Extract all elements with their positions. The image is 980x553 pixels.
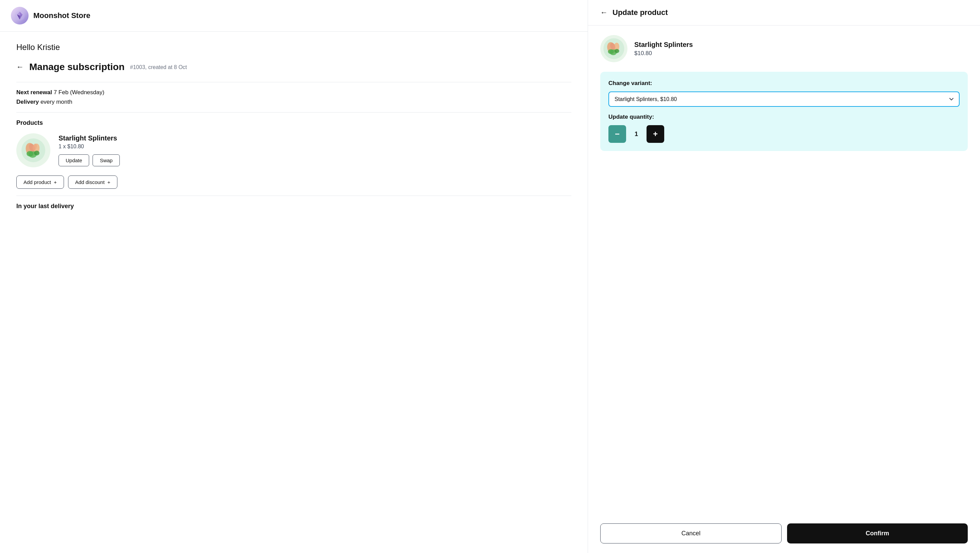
store-name: Moonshot Store [33,11,90,20]
back-button-right[interactable]: ← [600,8,608,17]
confirm-button[interactable]: Confirm [787,523,968,543]
product-image [16,133,50,167]
store-header: Moonshot Store [0,0,588,32]
add-discount-icon: + [107,179,110,185]
product-name: Starlight Splinters [59,134,571,142]
quantity-controls: − + [608,125,959,143]
next-renewal-row: Next renewal 7 Feb (Wednesday) [16,89,571,96]
quantity-decrease-button[interactable]: − [608,125,626,143]
variant-select[interactable]: Starlight Splinters, $10.80 [608,92,959,107]
add-product-label: Add product [24,179,51,185]
divider-2 [16,112,571,113]
greeting: Hello Kristie [16,43,571,52]
swap-button[interactable]: Swap [92,154,120,166]
main-content: Hello Kristie ← Manage subscription #100… [0,32,588,221]
right-title: Update product [612,8,668,17]
right-body: Starlight Splinters $10.80 Change varian… [588,25,980,281]
svg-point-11 [34,151,40,156]
products-section-title: Products [16,119,571,127]
quantity-increase-button[interactable]: + [646,125,664,143]
variant-box: Change variant: Starlight Splinters, $10… [600,72,968,151]
right-footer: Cancel Confirm [588,516,980,553]
right-product-price: $10.80 [634,50,693,57]
right-spacer [588,281,980,516]
product-actions: Update Swap [59,154,571,166]
add-product-icon: + [54,179,57,185]
add-discount-button[interactable]: Add discount + [68,175,118,189]
svg-point-19 [614,49,619,53]
cancel-button[interactable]: Cancel [600,523,782,543]
renewal-label: Next renewal [16,89,52,95]
last-delivery-title: In your last delivery [16,203,571,210]
product-row: Starlight Splinters 1 x $10.80 Update Sw… [16,133,571,167]
add-product-button[interactable]: Add product + [16,175,64,189]
quantity-input[interactable] [626,130,646,138]
action-buttons: Add product + Add discount + [16,175,571,189]
product-preview: Starlight Splinters $10.80 [600,35,968,62]
update-button[interactable]: Update [59,154,89,166]
back-button-left[interactable]: ← [16,63,24,72]
right-product-details: Starlight Splinters $10.80 [634,41,693,57]
subscription-meta: #1003, created at 8 Oct [130,64,187,70]
right-product-name: Starlight Splinters [634,41,693,49]
divider-3 [16,195,571,196]
page-title-row: ← Manage subscription #1003, created at … [16,62,571,72]
add-discount-label: Add discount [75,179,105,185]
renewal-value: 7 Feb (Wednesday) [54,89,105,95]
right-header: ← Update product [588,0,980,25]
update-quantity-label: Update quantity: [608,114,959,121]
product-info: Starlight Splinters 1 x $10.80 Update Sw… [59,134,571,166]
right-product-image [600,35,627,62]
svg-point-10 [27,151,33,156]
page-title: Manage subscription [29,62,124,72]
svg-point-18 [608,49,614,54]
right-panel: ← Update product Starlight Splinters $10… [588,0,980,553]
delivery-row: Delivery every month [16,99,571,105]
delivery-label: Delivery [16,99,39,105]
left-panel: Moonshot Store Hello Kristie ← Manage su… [0,0,588,553]
store-logo [11,7,29,24]
product-qty-price: 1 x $10.80 [59,143,571,149]
change-variant-label: Change variant: [608,80,959,87]
delivery-value: every month [40,99,73,105]
